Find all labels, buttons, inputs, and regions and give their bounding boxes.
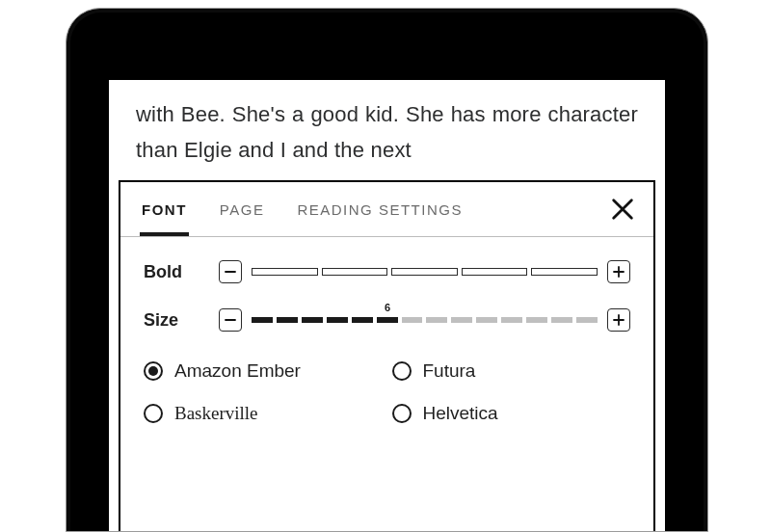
bold-slider-segment <box>462 268 528 276</box>
ereader-screen: with Bee. She's a good kid. She has more… <box>109 80 665 531</box>
font-family-options: Amazon EmberFuturaBaskervilleHelvetica <box>144 357 630 424</box>
bold-decrease-button[interactable] <box>219 260 242 283</box>
font-option-label: Baskerville <box>174 403 258 424</box>
radio-icon <box>144 404 163 423</box>
plus-icon <box>613 266 625 278</box>
size-slider-segment <box>302 317 323 323</box>
device-bezel: with Bee. She's a good kid. She has more… <box>70 13 704 531</box>
bold-increase-button[interactable] <box>607 260 630 283</box>
size-slider-segment <box>526 317 547 323</box>
tab-page[interactable]: PAGE <box>220 184 265 235</box>
tab-font[interactable]: FONT <box>142 184 187 235</box>
size-slider[interactable]: 6 <box>252 317 598 323</box>
size-value-indicator: 6 <box>385 302 390 313</box>
font-option-baskerville[interactable]: Baskerville <box>144 403 383 424</box>
size-slider-segment <box>277 317 298 323</box>
size-decrease-button[interactable] <box>219 308 242 332</box>
size-slider-segment <box>352 317 373 323</box>
bold-slider-segment <box>531 268 598 276</box>
size-label: Size <box>144 310 219 331</box>
font-option-helvetica[interactable]: Helvetica <box>392 403 631 424</box>
font-option-label: Amazon Ember <box>174 360 301 382</box>
size-slider-segment <box>402 317 423 323</box>
bold-row: Bold <box>144 260 630 283</box>
minus-icon <box>225 266 236 278</box>
size-slider-segment <box>576 317 598 323</box>
bold-slider-segment <box>252 268 318 276</box>
radio-icon <box>392 404 412 423</box>
bold-label: Bold <box>144 262 219 282</box>
size-slider-segment <box>377 317 398 323</box>
font-option-label: Helvetica <box>423 403 498 424</box>
book-page-text: with Bee. She's a good kid. She has more… <box>109 80 665 169</box>
size-slider-segment <box>252 317 273 323</box>
bold-slider-segment <box>391 268 458 276</box>
size-slider-segment <box>451 317 472 323</box>
size-slider-segment <box>327 317 348 323</box>
settings-tabs: FONT PAGE READING SETTINGS <box>120 182 653 237</box>
tab-reading-settings[interactable]: READING SETTINGS <box>297 184 463 235</box>
plus-icon <box>613 314 625 326</box>
font-option-label: Futura <box>423 360 476 382</box>
size-increase-button[interactable] <box>607 308 630 332</box>
ereader-device-frame: with Bee. She's a good kid. She has more… <box>66 8 708 532</box>
size-slider-segment <box>476 317 497 323</box>
display-settings-panel: FONT PAGE READING SETTINGS Bold <box>119 180 655 531</box>
minus-icon <box>225 314 236 326</box>
size-slider-segment <box>426 317 447 323</box>
size-slider-segment <box>501 317 522 323</box>
close-icon[interactable] <box>609 196 636 223</box>
radio-icon <box>144 361 163 381</box>
size-row: Size 6 <box>144 308 630 332</box>
font-option-futura[interactable]: Futura <box>392 360 631 382</box>
font-panel-body: Bold Size 6 <box>120 237 653 424</box>
size-slider-segment <box>551 317 572 323</box>
bold-slider[interactable] <box>252 268 598 276</box>
radio-icon <box>392 361 412 381</box>
bold-slider-segment <box>322 268 388 276</box>
font-option-amazon-ember[interactable]: Amazon Ember <box>144 360 383 382</box>
